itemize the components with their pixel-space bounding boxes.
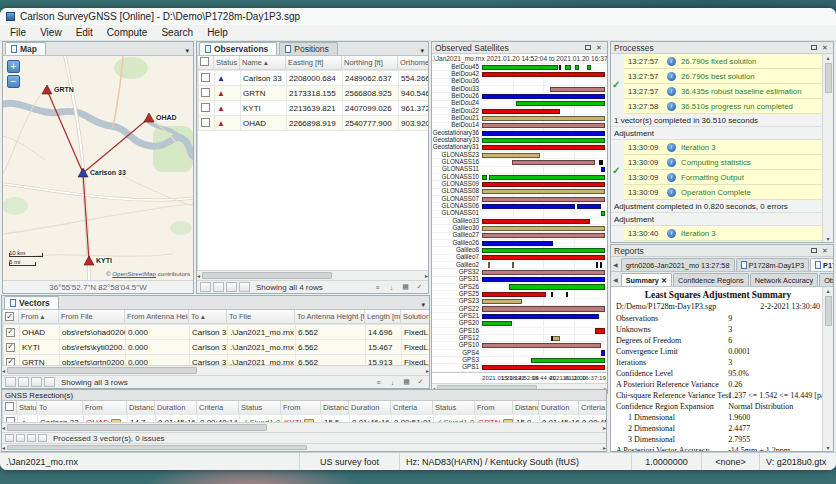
column-header[interactable]: Northing [ft]	[342, 56, 398, 70]
column-header[interactable]: Distance [mi]	[321, 401, 349, 414]
column-header[interactable]: Duration	[539, 401, 579, 414]
nav-first-button[interactable]	[5, 434, 14, 442]
checkbox-icon[interactable]	[5, 402, 14, 411]
row-checkbox[interactable]	[201, 118, 210, 127]
menu-item-edit[interactable]: Edit	[69, 26, 100, 39]
table-row[interactable]: ▲KYTI2213639.8212407099.026961.372	[199, 101, 429, 116]
table-row[interactable]: ▲Carlson 33OHAD 14.70 01:45:160 00:40:14…	[4, 415, 607, 423]
checkbox-icon[interactable]	[200, 57, 209, 66]
nav-prev-button[interactable]	[213, 282, 224, 292]
column-header[interactable]: Duration	[349, 401, 391, 414]
observations-hscrollbar[interactable]: ◂ ▸	[197, 270, 428, 280]
select-icon[interactable]: ✓	[414, 282, 425, 292]
scroll-up-icon[interactable]: ▴	[826, 54, 829, 61]
close-icon[interactable]: ✕	[820, 247, 830, 255]
status-vertical-datum[interactable]: V: g2018u0.gtx	[760, 453, 836, 470]
attribution-link[interactable]: OpenStreetMap	[112, 270, 156, 277]
menu-item-search[interactable]: Search	[154, 26, 200, 39]
select-icon[interactable]: ✓	[415, 377, 426, 387]
tab-observations[interactable]: Observations	[199, 42, 277, 55]
report-doc-tab[interactable]: P1728m-Day1P3	[736, 258, 810, 271]
process-item[interactable]: 13:27:57i36.435s robust baseline estimat…	[624, 84, 822, 99]
process-item[interactable]: 13:27:57i26.790s best solution	[624, 69, 822, 84]
tab-prev-icon[interactable]: ◀	[611, 261, 620, 268]
scroll-right-icon[interactable]: ▸	[603, 424, 606, 431]
scroll-right-icon[interactable]: ▸	[426, 367, 429, 374]
column-header[interactable]: Status	[214, 56, 240, 70]
processes-vscrollbar[interactable]: ▴ ▾	[822, 54, 833, 242]
tab-dropdown-icon[interactable]: ▾	[416, 47, 428, 55]
report-section-tab[interactable]: Observations	[819, 273, 833, 286]
row-checkbox[interactable]	[201, 103, 210, 112]
column-header[interactable]: From ▴	[19, 310, 59, 323]
scroll-left-icon[interactable]: ◂	[2, 424, 5, 431]
row-checkbox[interactable]: ✓	[6, 343, 15, 352]
column-header[interactable]: To	[37, 401, 83, 414]
row-checkbox[interactable]: ✓	[6, 328, 15, 337]
menu-item-compute[interactable]: Compute	[100, 26, 155, 39]
column-header[interactable]: Status	[17, 401, 37, 414]
print-icon[interactable]: ≡	[372, 282, 383, 292]
nav-last-button[interactable]	[38, 434, 47, 442]
restore-icon[interactable]	[811, 45, 817, 50]
table-row[interactable]: ✓OHADobs\refs\ohad0200.21o0.000Carlson 3…	[4, 325, 430, 340]
zoom-in-button[interactable]: +	[7, 60, 20, 73]
close-icon[interactable]: ✕	[820, 44, 830, 52]
tab-positions[interactable]: Positions	[279, 42, 338, 55]
select-all-checkbox[interactable]	[3, 401, 17, 414]
map-view[interactable]: + − GRTNOHADCarls	[3, 56, 193, 280]
table-row[interactable]: ✓KYTIobs\refs\kyti0200.21o0.000Carlson 3…	[4, 340, 430, 355]
scroll-up-icon[interactable]: ▴	[826, 287, 829, 294]
process-item[interactable]: 13:30:09iIteration 3	[624, 140, 822, 155]
menu-item-file[interactable]: File	[3, 26, 33, 39]
column-header[interactable]: From	[83, 401, 127, 414]
table-row[interactable]: ▲OHAD2266898.9192540777.900903.920	[199, 116, 429, 131]
select-all-checkbox[interactable]	[198, 56, 214, 70]
menu-item-view[interactable]: View	[33, 26, 69, 39]
column-header[interactable]: To Antenna Height [ft]	[295, 310, 365, 323]
column-header[interactable]: From File	[59, 310, 125, 323]
column-header[interactable]: To ▴	[189, 310, 227, 323]
column-header[interactable]: Distance [mi]	[513, 401, 539, 414]
process-item[interactable]: 13:30:09iFormatting Output	[624, 170, 822, 185]
grid-icon[interactable]: ▦	[400, 282, 411, 292]
report-doc-tab[interactable]: grtn0206-Jan2021_mo 13:27:58	[621, 258, 735, 271]
report-doc-tab[interactable]: P1728m-Day	[810, 258, 833, 271]
print-icon[interactable]: ≡	[373, 377, 384, 387]
column-header[interactable]: Status	[239, 401, 281, 414]
scroll-left-icon[interactable]: ◂	[2, 444, 5, 451]
status-units[interactable]: US survey foot	[300, 453, 400, 470]
scroll-right-icon[interactable]: ▸	[425, 272, 428, 279]
nav-last-button[interactable]	[44, 377, 55, 387]
tab-vectors[interactable]: Vectors	[4, 296, 59, 309]
column-header[interactable]: From	[281, 401, 321, 414]
checkbox-icon[interactable]: ✓	[5, 312, 14, 321]
restore-icon[interactable]	[811, 248, 817, 253]
tab-close-icon[interactable]: ✕	[661, 276, 667, 285]
column-header[interactable]: Distance [mi]	[127, 401, 155, 414]
column-header[interactable]: Duration	[155, 401, 197, 414]
nav-prev-button[interactable]	[16, 434, 25, 442]
column-header[interactable]: Criteria	[197, 401, 239, 414]
column-header[interactable]: Status	[433, 401, 475, 414]
nav-next-button[interactable]	[226, 282, 237, 292]
nav-last-button[interactable]	[239, 282, 250, 292]
scroll-right-icon[interactable]: ▸	[603, 444, 606, 451]
scroll-left-icon[interactable]: ◂	[197, 272, 200, 279]
nav-next-button[interactable]	[27, 434, 36, 442]
column-header[interactable]: Criteria	[579, 401, 607, 414]
vectors-tab-dropdown-icon[interactable]: ▾	[417, 301, 429, 309]
nav-first-button[interactable]	[200, 282, 211, 292]
column-header[interactable]: To File	[227, 310, 295, 323]
report-section-tab[interactable]: Summary✕	[621, 273, 672, 286]
tab-prev-icon[interactable]: ◀	[611, 276, 620, 283]
process-item[interactable]: 13:30:09iOperation Complete	[624, 185, 822, 200]
scroll-down-icon[interactable]: ▾	[826, 235, 829, 242]
grid-icon[interactable]: ▦	[401, 377, 412, 387]
table-row[interactable]: ▲GRTN2173318.1552566808.925940.546	[199, 86, 429, 101]
column-header[interactable]: Solution	[401, 310, 430, 323]
zoom-out-button[interactable]: −	[7, 75, 20, 88]
scroll-left-icon[interactable]: ◂	[2, 367, 5, 374]
nav-next-button[interactable]	[31, 377, 42, 387]
row-checkbox[interactable]	[201, 73, 210, 82]
